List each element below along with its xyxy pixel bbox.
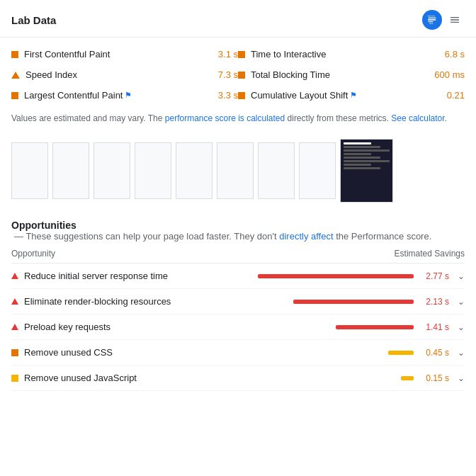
opp-bar-5 xyxy=(401,376,414,380)
opp-header-row: Opportunity Estimated Savings xyxy=(11,246,465,264)
directly-affect-link[interactable]: directly affect xyxy=(279,231,333,242)
opp-row-2[interactable]: Eliminate render-blocking resources 2.13… xyxy=(11,289,465,314)
col-savings: Estimated Savings xyxy=(395,249,465,259)
preview-content xyxy=(341,140,392,174)
opp-icon-square-4 xyxy=(11,349,18,356)
chevron-down-icon-1: ⌄ xyxy=(458,271,465,281)
fcp-value: 3.1 s xyxy=(203,49,238,60)
opp-savings-4: 0.45 s xyxy=(419,348,449,358)
filmstrip-frame-6 xyxy=(217,142,254,199)
opp-label-5: Remove unused JavaScript xyxy=(24,373,395,383)
page-title: Lab Data xyxy=(11,14,56,26)
si-value: 7.3 s xyxy=(203,69,238,80)
cls-label: Cumulative Layout Shift ⚑ xyxy=(251,90,424,101)
cls-value: 0.21 xyxy=(429,90,465,101)
perf-score-link[interactable]: performance score is calculated xyxy=(165,113,285,123)
metric-fcp: First Contentful Paint 3.1 s xyxy=(11,46,238,62)
opp-row-1[interactable]: Reduce initial server response time 2.77… xyxy=(11,264,465,289)
metric-lcp: Largest Contentful Paint ⚑ 3.3 s xyxy=(11,87,238,103)
opp-bar-area-4: 0.45 s ⌄ xyxy=(388,348,465,358)
footnote: Values are estimated and may vary. The p… xyxy=(0,106,476,133)
lcp-label: Largest Contentful Paint ⚑ xyxy=(24,90,197,101)
opp-icon-triangle-2 xyxy=(11,298,18,305)
opp-label-2: Eliminate render-blocking resources xyxy=(24,296,288,307)
opp-bar-area-5: 0.15 s ⌄ xyxy=(401,373,465,383)
tbt-label: Total Blocking Time xyxy=(251,69,424,80)
lab-data-panel: Lab Data First Contentful Paint 3.1 s xyxy=(0,0,476,391)
filmstrip-frame-7 xyxy=(258,142,295,199)
tti-value: 6.8 s xyxy=(429,49,465,60)
chevron-down-icon-2: ⌄ xyxy=(458,297,465,307)
opp-savings-5: 0.15 s xyxy=(419,373,449,383)
metrics-grid: First Contentful Paint 3.1 s Time to Int… xyxy=(0,38,476,106)
filmstrip xyxy=(0,133,476,214)
filmstrip-frame-1 xyxy=(11,142,48,199)
tbt-icon xyxy=(238,72,245,79)
si-label: Speed Index xyxy=(26,69,197,80)
footnote-text-after: . xyxy=(445,113,447,123)
filmstrip-frame-8 xyxy=(299,142,336,199)
metric-tti: Time to Interactive 6.8 s xyxy=(238,46,465,62)
opp-bar-2 xyxy=(293,300,414,304)
subtitle-end: the Performance score. xyxy=(334,231,432,242)
cls-icon xyxy=(238,92,245,99)
opp-bar-area-1: 2.77 s ⌄ xyxy=(258,271,465,281)
tti-icon xyxy=(238,51,245,58)
opp-icon-square-5 xyxy=(11,375,18,382)
si-icon xyxy=(11,72,20,79)
menu-icon xyxy=(449,14,460,26)
opp-savings-1: 2.77 s xyxy=(419,271,449,281)
opp-label-3: Preload key requests xyxy=(24,322,330,332)
lcp-icon xyxy=(11,92,18,99)
chevron-down-icon-3: ⌄ xyxy=(458,322,465,332)
filmstrip-frame-3 xyxy=(94,142,130,199)
opportunities-table: Opportunity Estimated Savings Reduce ini… xyxy=(0,246,476,391)
calculator-link[interactable]: See calculator xyxy=(391,113,444,123)
tbt-value: 600 ms xyxy=(429,69,465,80)
opp-bar-area-3: 1.41 s ⌄ xyxy=(336,322,465,332)
chevron-down-icon-5: ⌄ xyxy=(458,373,465,383)
opp-row-4[interactable]: Remove unused CSS 0.45 s ⌄ xyxy=(11,340,465,366)
header: Lab Data xyxy=(0,0,476,38)
opp-bar-area-2: 2.13 s ⌄ xyxy=(293,297,465,307)
opp-row-3[interactable]: Preload key requests 1.41 s ⌄ xyxy=(11,314,465,340)
opportunities-header: Opportunities — These suggestions can he… xyxy=(0,214,476,246)
header-actions xyxy=(422,10,465,30)
opp-label-4: Remove unused CSS xyxy=(24,347,382,358)
opportunities-title: Opportunities xyxy=(11,220,76,231)
metric-si: Speed Index 7.3 s xyxy=(11,67,238,83)
opp-savings-2: 2.13 s xyxy=(419,297,449,307)
filter-icon xyxy=(426,14,438,26)
footnote-text-before: Values are estimated and may vary. The xyxy=(11,113,165,123)
opp-icon-triangle-1 xyxy=(11,273,18,279)
filmstrip-frame-4 xyxy=(135,142,171,199)
chevron-down-icon-4: ⌄ xyxy=(458,348,465,358)
filmstrip-frame-5 xyxy=(176,142,212,199)
footnote-text-middle: directly from these metrics. xyxy=(285,113,391,123)
opp-bar-4 xyxy=(388,351,414,355)
metric-tbt: Total Blocking Time 600 ms xyxy=(238,67,465,83)
opp-bar-1 xyxy=(258,274,414,278)
menu-button[interactable] xyxy=(445,10,465,30)
opportunities-subtitle: — These suggestions can help your page l… xyxy=(14,231,431,242)
lcp-flag-icon: ⚑ xyxy=(125,91,132,100)
filter-button[interactable] xyxy=(422,10,442,30)
lcp-value: 3.3 s xyxy=(203,90,238,101)
opp-label-1: Reduce initial server response time xyxy=(24,271,252,281)
filmstrip-frame-2 xyxy=(52,142,89,199)
filmstrip-frame-preview xyxy=(340,139,393,203)
subtitle-text-before: — These suggestions can help your page l… xyxy=(14,231,279,242)
fcp-label: First Contentful Paint xyxy=(24,49,197,60)
fcp-icon xyxy=(11,51,18,58)
cls-flag-icon: ⚑ xyxy=(350,91,357,100)
metric-cls: Cumulative Layout Shift ⚑ 0.21 xyxy=(238,87,465,103)
opp-icon-triangle-3 xyxy=(11,324,18,330)
opp-bar-3 xyxy=(336,325,414,329)
opp-row-5[interactable]: Remove unused JavaScript 0.15 s ⌄ xyxy=(11,366,465,391)
col-opportunity: Opportunity xyxy=(11,249,55,259)
tti-label: Time to Interactive xyxy=(251,49,424,60)
opp-savings-3: 1.41 s xyxy=(419,322,449,332)
